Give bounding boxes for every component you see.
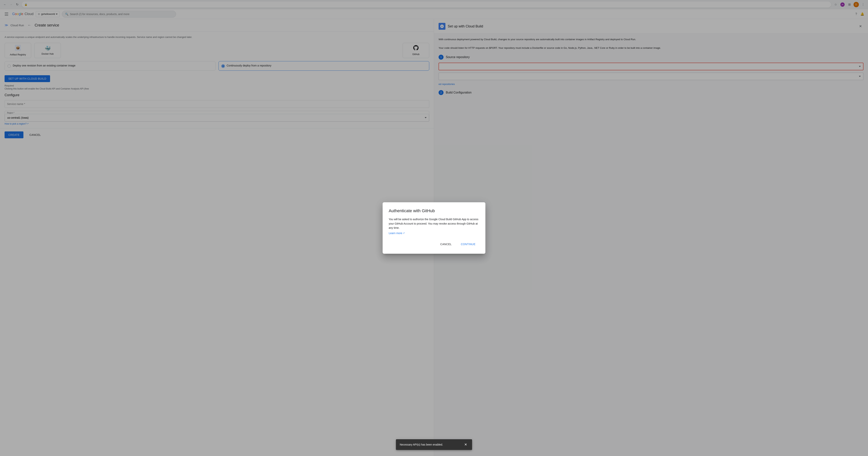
modal-learn-more-text: Learn more xyxy=(389,232,402,235)
modal-cancel-button[interactable]: CANCEL xyxy=(436,241,456,248)
modal-body: You will be asked to authorize the Googl… xyxy=(389,217,479,230)
modal-learn-more-link[interactable]: Learn more ↗ xyxy=(389,232,405,235)
snackbar-text: Necessary API(s) has been enabled. xyxy=(400,443,460,446)
external-link-icon: ↗ xyxy=(403,232,405,234)
authenticate-modal: Authenticate with GitHub You will be ask… xyxy=(382,202,486,254)
snackbar-close-button[interactable]: ✕ xyxy=(463,442,468,447)
modal-overlay[interactable]: Authenticate with GitHub You will be ask… xyxy=(0,0,868,456)
modal-actions: CANCEL CONTINUE xyxy=(389,241,479,248)
modal-continue-button[interactable]: CONTINUE xyxy=(457,241,479,248)
modal-title: Authenticate with GitHub xyxy=(389,208,479,213)
snackbar: Necessary API(s) has been enabled. ✕ xyxy=(396,439,472,450)
